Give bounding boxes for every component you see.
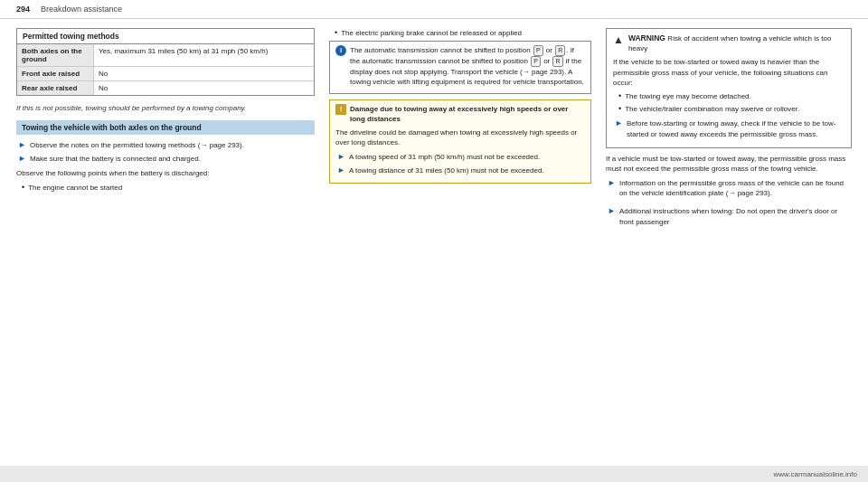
towing-company-note: If this is not possible, towing should b… [16,103,315,113]
right-col-text-2: Information on the permissible gross mas… [619,178,852,198]
warning-header: ▲ WARNING Risk of accident when towing a… [613,33,844,53]
table-title: Permitted towing methods [17,29,314,44]
right-arrow-bullet-2: ► Additional instructions when towing: D… [606,206,852,231]
bullet-text-2: Make sure that the battery is connected … [30,154,201,164]
table-cell-right-2: No [94,67,314,80]
right-col-text-3: Additional instructions when towing: Do … [619,206,852,226]
damage-box-title: Damage due to towing away at excessively… [350,104,585,124]
header-bar: 294 Breakdown assistance [0,0,868,19]
table-cell-left-3: Rear axle raised [17,81,94,95]
right-col-text-1: If a vehicle must be tow-started or towe… [606,154,852,174]
table-row: Rear axle raised No [17,81,314,95]
table-cell-right-3: No [94,81,314,95]
info-box-1: i The automatic transmission cannot be s… [329,41,591,94]
arrow-bullet-1: ► Observe the notes on the permitted tow… [16,140,315,150]
right-arrow-icon-2: ► [608,206,616,215]
warning-action-container: ► Before tow-starting or towing away, ch… [613,118,844,138]
warning-bullet-2: • The vehicle/trailer combination may sw… [613,104,844,114]
right-col: ▲ WARNING Risk of accident when towing a… [606,28,852,468]
main-content: Permitted towing methods Both axles on t… [0,19,868,476]
damage-icon: ! [335,104,346,115]
header-title: Breakdown assistance [41,5,122,14]
towing-methods-table: Permitted towing methods Both axles on t… [16,28,315,96]
damage-arrow-2: ► [337,165,345,175]
blue-section-title: Towing the vehicle with both axles on th… [16,120,315,135]
damage-bullet-text-1: A towing speed of 31 mph (50 km/h) must … [349,152,540,162]
damage-box: ! Damage due to towing away at excessive… [329,99,591,184]
arrow-icon-2: ► [18,154,26,163]
warning-arrow-icon: ► [615,118,623,128]
right-arrow-bullet-1: ► Information on the permissible gross m… [606,178,852,203]
arrow-bullet-2: ► Make sure that the battery is connecte… [16,154,315,164]
damage-box-text: The driveline could be damaged when towi… [335,128,585,147]
warning-body-text: If the vehicle to be tow-started or towe… [613,57,844,88]
table-row: Front axle raised No [17,67,314,81]
info-box-header-1: i The automatic transmission cannot be s… [335,45,585,87]
left-col: Permitted towing methods Both axles on t… [16,28,315,468]
warning-triangle-icon: ▲ [613,33,624,46]
table-cell-right-1: Yes, maximum 31 miles (50 km) at 31 mph … [94,44,314,66]
warning-bullet-text-2: The vehicle/trailer combination may swer… [625,104,799,114]
warning-box: ▲ WARNING Risk of accident when towing a… [606,28,852,148]
dot-bullet-1: • The engine cannot be started [16,183,315,193]
arrow-icon-1: ► [18,140,26,149]
dot-text-mid-1: The electric parking brake cannot be rel… [341,28,522,38]
observe-text: Observe the following points when the ba… [16,168,315,178]
mid-col: • The electric parking brake cannot be r… [329,28,591,468]
damage-arrow-1: ► [337,152,345,161]
table-row: Both axles on the ground Yes, maximum 31… [17,44,314,67]
footer-url: www.carmanualsoline.info [774,470,858,478]
warning-action-text: Before tow-starting or towing away, chec… [627,118,844,138]
warning-action-bullet: ► Before tow-starting or towing away, ch… [613,118,844,138]
bullet-text-1: Observe the notes on the permitted towin… [30,140,244,150]
damage-bullet-1: ► A towing speed of 31 mph (50 km/h) mus… [335,152,585,162]
warning-bullet-1: • The towing eye may become detached. [613,91,844,101]
footer-bar: www.carmanualsoline.info [0,466,868,482]
dot-icon-mid-1: • [335,28,337,37]
info-icon-1: i [335,45,346,56]
warning-dot-1: • [618,91,621,100]
damage-bullet-text-2: A towing distance of 31 miles (50 km) mu… [349,165,544,175]
table-cell-left-2: Front axle raised [17,67,94,80]
right-arrow-icon-1: ► [608,178,616,187]
warning-bullet-text-1: The towing eye may become detached. [625,91,751,101]
damage-box-header: ! Damage due to towing away at excessive… [335,104,585,124]
dot-bullet-mid-1: • The electric parking brake cannot be r… [329,28,591,38]
warning-dot-2: • [618,104,621,113]
dot-icon-1: • [22,183,24,192]
table-cell-left-1: Both axles on the ground [17,44,94,66]
page-container: 294 Breakdown assistance Permitted towin… [0,0,868,482]
dot-text-1: The engine cannot be started [28,183,122,193]
info-box-text-1: The automatic transmission cannot be shi… [350,45,585,87]
damage-bullet-2: ► A towing distance of 31 miles (50 km) … [335,165,585,175]
page-number: 294 [16,5,30,14]
warning-title: WARNING [628,33,665,43]
